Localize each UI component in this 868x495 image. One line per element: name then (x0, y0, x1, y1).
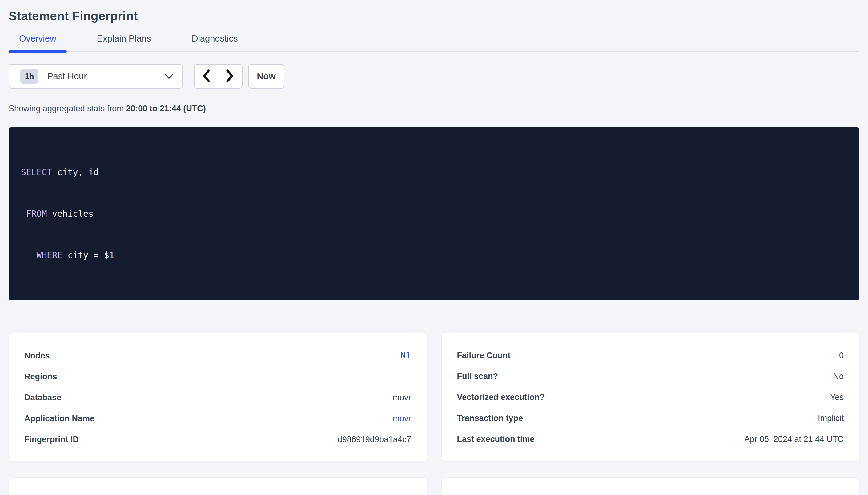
application-name-row: Application Name movr (24, 408, 411, 429)
time-range-dropdown[interactable]: 1h Past Hour (9, 64, 183, 88)
chevron-left-icon (202, 69, 210, 84)
tab-overview-label: Overview (19, 34, 56, 44)
wait-time-card: Contention Time 24.7 µs SQL CPU Time 16.… (441, 477, 860, 495)
full-scan-row: Full scan? No (457, 366, 844, 387)
statement-details-card: Nodes N1 Regions Database movr Applicati… (9, 333, 427, 462)
aggregated-stats-line: Showing aggregated stats from 20:00 to 2… (9, 104, 859, 114)
previous-time-button[interactable] (195, 65, 218, 88)
statement-fingerprint-page: Statement Fingerprint Overview Explain P… (0, 9, 868, 495)
tab-explain-plans-label: Explain Plans (97, 34, 151, 44)
sql-keyword: WHERE (37, 250, 63, 260)
vectorized-execution-row: Vectorized execution? Yes (457, 387, 844, 408)
time-step-buttons (194, 64, 243, 88)
summary-cards: Nodes N1 Regions Database movr Applicati… (9, 333, 859, 495)
chevron-right-icon (226, 69, 234, 84)
stats-line-prefix: Showing aggregated stats from (9, 104, 126, 113)
tab-diagnostics[interactable]: Diagnostics (181, 34, 248, 51)
stats-line-range: 20:00 to 21:44 (UTC) (126, 104, 206, 113)
sql-keyword: SELECT (21, 167, 52, 177)
next-time-button[interactable] (218, 65, 242, 88)
tab-explain-plans[interactable]: Explain Plans (86, 34, 162, 51)
sql-line: WHERE city = $1 (21, 249, 847, 262)
fingerprint-id-row: Fingerprint ID d986919d9ba1a4c7 (24, 429, 411, 450)
failure-count-row: Failure Count 0 (457, 345, 844, 366)
now-button[interactable]: Now (248, 64, 284, 88)
time-range-badge: 1h (20, 69, 38, 84)
page-title: Statement Fingerprint (9, 9, 859, 23)
sql-statement-box: SELECT city, id FROM vehicles WHERE city… (9, 127, 859, 301)
tab-overview[interactable]: Overview (9, 34, 67, 51)
statement-time-row: Statement Time 454.1 µs Execution: 373.4… (24, 490, 411, 495)
sql-line: FROM vehicles (21, 207, 847, 221)
time-range-label: Past Hour (47, 71, 87, 82)
regions-row: Regions (24, 366, 411, 387)
sql-line: SELECT city, id (21, 166, 847, 179)
tab-bar: Overview Explain Plans Diagnostics (9, 34, 859, 52)
chevron-down-icon (164, 73, 174, 79)
nodes-link[interactable]: N1 (400, 349, 411, 361)
execution-attributes-card: Failure Count 0 Full scan? No Vectorized… (441, 333, 860, 461)
sql-keyword: FROM (26, 209, 47, 219)
database-row: Database movr (24, 387, 411, 408)
last-execution-time-row: Last execution time Apr 05, 2024 at 21:4… (457, 429, 844, 449)
application-name-link[interactable]: movr (393, 413, 411, 424)
time-controls: 1h Past Hour Now (9, 64, 859, 88)
contention-time-row: Contention Time 24.7 µs (457, 490, 844, 495)
nodes-row: Nodes N1 (24, 345, 411, 366)
statement-performance-card: Statement Time 454.1 µs Execution: 373.4… (9, 477, 427, 495)
transaction-type-row: Transaction type Implicit (457, 408, 844, 429)
tab-diagnostics-label: Diagnostics (192, 34, 238, 44)
